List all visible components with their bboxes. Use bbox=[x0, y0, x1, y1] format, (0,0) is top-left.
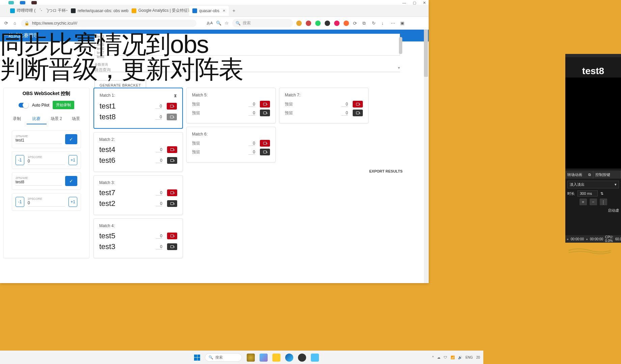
ext-icon-5[interactable] bbox=[334, 21, 340, 26]
obs-tab-transition[interactable]: 转场动画⧉ bbox=[565, 171, 593, 179]
scrollbar-thumb[interactable] bbox=[424, 30, 428, 77]
ext-icon-3[interactable] bbox=[315, 21, 321, 26]
side-tab-match[interactable]: 比赛 bbox=[27, 114, 46, 124]
player-score[interactable]: 0 bbox=[156, 147, 162, 152]
obs-duration-input[interactable]: 300 ms bbox=[577, 190, 598, 196]
zoom-icon[interactable]: 🔍 bbox=[216, 21, 221, 26]
window-minimize[interactable]: — bbox=[402, 1, 406, 5]
match-card[interactable]: Match 7:预留0预留0 bbox=[279, 88, 369, 123]
home-icon[interactable]: ⌂ bbox=[12, 21, 18, 26]
start-record-button[interactable]: 开始录制 bbox=[53, 101, 74, 109]
url-input[interactable]: 🔒 https://www.crychic.icu/#/ bbox=[21, 20, 196, 27]
obs-add-button[interactable]: ＋ bbox=[579, 199, 587, 205]
p1-plus-button[interactable]: +1 bbox=[69, 155, 77, 165]
player-score[interactable]: 0 bbox=[156, 158, 162, 163]
side-tab-record[interactable]: 录制 bbox=[7, 114, 27, 124]
taskbar-app-obs[interactable] bbox=[298, 354, 306, 362]
player-score[interactable]: 0 bbox=[155, 104, 162, 109]
cast-button[interactable] bbox=[167, 103, 177, 110]
ext-icon-1[interactable] bbox=[296, 21, 302, 26]
obs-remove-button[interactable]: － bbox=[590, 199, 597, 205]
popout-icon[interactable]: ⧉ bbox=[588, 173, 591, 177]
reload-ext-icon[interactable]: ⟳ bbox=[353, 21, 358, 26]
taskbar-app-5[interactable] bbox=[311, 354, 319, 362]
p1-minus-button[interactable]: -1 bbox=[16, 155, 24, 165]
player-score[interactable]: 0 bbox=[248, 102, 255, 107]
ext-icon-2[interactable] bbox=[306, 21, 311, 26]
side-tab-scene2[interactable]: 场景 2 bbox=[47, 114, 66, 124]
cast-button[interactable] bbox=[353, 110, 363, 116]
cast-button[interactable] bbox=[260, 149, 270, 155]
translate-icon[interactable]: あA bbox=[207, 21, 213, 26]
autopilot-toggle[interactable] bbox=[19, 103, 29, 108]
cast-button[interactable] bbox=[260, 110, 270, 116]
player-score[interactable]: 0 bbox=[155, 115, 162, 120]
cast-button[interactable] bbox=[353, 101, 363, 108]
tray-lang[interactable]: ENG bbox=[465, 356, 473, 359]
match-card[interactable]: Match 6:预留0预留0 bbox=[186, 127, 276, 162]
cast-button[interactable] bbox=[167, 146, 177, 153]
player-score[interactable]: 0 bbox=[341, 102, 348, 107]
cast-button[interactable] bbox=[167, 157, 177, 164]
cast-button[interactable] bbox=[167, 200, 177, 207]
browser-tab-0[interactable]: 哔哩哔哩 ( ゜- ゜)つロ 干杯~-bilib bbox=[7, 6, 68, 16]
obs-more-button[interactable]: ⋮ bbox=[600, 199, 607, 205]
export-results-button[interactable]: EXPORT RESULTS bbox=[369, 169, 403, 173]
cast-button[interactable] bbox=[260, 101, 270, 108]
p2-minus-button[interactable]: -1 bbox=[16, 197, 24, 207]
match-card[interactable]: Match 3:test70test20 bbox=[93, 175, 183, 215]
system-tray[interactable]: ^ ☁ 🛡 📶 🔊 ENG 20 bbox=[432, 356, 480, 359]
player-score[interactable]: 0 bbox=[248, 141, 255, 146]
tray-time[interactable]: 20 bbox=[476, 356, 480, 359]
browser-tab-2[interactable]: Google Analytics | 受众特征详情 bbox=[128, 6, 189, 16]
obs-launch-label[interactable]: 启动虚 bbox=[567, 207, 619, 213]
tray-defender-icon[interactable]: 🛡 bbox=[444, 356, 447, 359]
obs-titlebar[interactable] bbox=[565, 54, 621, 57]
window-maximize[interactable]: ▢ bbox=[413, 1, 416, 5]
ext-icon-4[interactable] bbox=[325, 21, 330, 26]
textarea-scrollbar[interactable] bbox=[399, 37, 402, 54]
cast-button[interactable] bbox=[167, 233, 177, 239]
browser-search-input[interactable]: 🔍 搜索 bbox=[232, 19, 293, 27]
p1-score-input[interactable]: 0 bbox=[28, 159, 65, 165]
favorite-icon[interactable]: ☆ bbox=[225, 21, 229, 26]
p1-confirm-button[interactable]: ✓ bbox=[65, 134, 77, 144]
player-score[interactable]: 0 bbox=[156, 234, 162, 239]
ext-icon-6[interactable] bbox=[344, 21, 349, 26]
tray-network-icon[interactable]: 📶 bbox=[451, 356, 455, 359]
player-score[interactable]: 0 bbox=[248, 111, 255, 116]
browser-tab-1[interactable]: referiw/quasar-obs: obs web con × bbox=[68, 6, 128, 16]
p2-name-input[interactable]: test8 bbox=[16, 180, 62, 186]
taskbar-search[interactable]: 🔍 搜索 bbox=[205, 353, 242, 362]
player-score[interactable]: 0 bbox=[341, 111, 348, 116]
cast-button[interactable] bbox=[167, 189, 177, 196]
player-score[interactable]: 0 bbox=[248, 150, 255, 155]
stepper-icon[interactable]: ⇅ bbox=[600, 191, 603, 196]
p2-confirm-button[interactable]: ✓ bbox=[65, 176, 77, 186]
refresh-icon[interactable]: ⟳ bbox=[3, 21, 9, 26]
participants-textarea[interactable]: test3 test4 test5 test6 test7 test8 bbox=[94, 34, 400, 56]
sidebar-toggle-icon[interactable]: ▣ bbox=[400, 21, 406, 26]
player-score[interactable]: 0 bbox=[156, 244, 162, 249]
taskbar-app-explorer[interactable] bbox=[272, 354, 280, 362]
tray-volume-icon[interactable]: 🔊 bbox=[458, 356, 462, 359]
query-dropdown[interactable]: 参数查询 筛选查询 ▾ bbox=[94, 63, 400, 72]
match-card[interactable]: Match 2:test40test60 bbox=[93, 132, 183, 172]
close-tab-icon[interactable]: × bbox=[223, 8, 225, 13]
p2-plus-button[interactable]: +1 bbox=[69, 197, 77, 207]
new-tab-button[interactable]: ＋ bbox=[232, 8, 236, 14]
player-score[interactable]: 0 bbox=[156, 201, 162, 206]
taskbar-app-edge[interactable] bbox=[285, 354, 293, 362]
taskbar-app-1[interactable] bbox=[247, 354, 255, 362]
history-icon[interactable]: ↻ bbox=[372, 21, 377, 26]
p2-score-input[interactable]: 0 bbox=[28, 201, 65, 207]
obs-transition-select[interactable]: 淡入淡出▾ bbox=[567, 181, 619, 188]
p1-name-input[interactable]: test1 bbox=[16, 138, 62, 144]
start-button[interactable] bbox=[194, 355, 200, 361]
match-card[interactable]: Match 4:test50test30 bbox=[93, 218, 183, 258]
tray-onedrive-icon[interactable]: ☁ bbox=[437, 356, 440, 359]
match-card[interactable]: Match 1:⧗test10test80 bbox=[93, 88, 183, 129]
obs-tab-controls[interactable]: 控制按键 bbox=[593, 171, 621, 179]
tray-chevron-icon[interactable]: ^ bbox=[432, 356, 434, 359]
side-tab-scene[interactable]: 场景 bbox=[66, 114, 86, 124]
